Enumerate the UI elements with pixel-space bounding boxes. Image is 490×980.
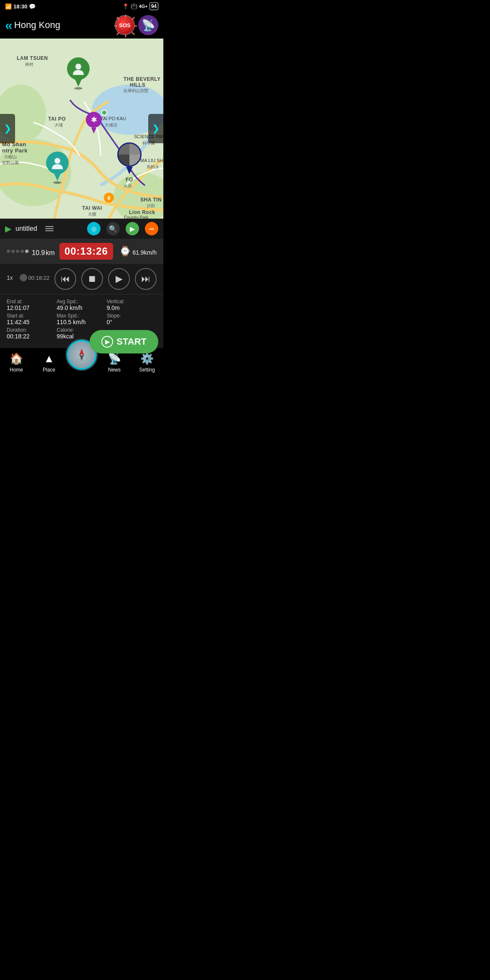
setting-label: Setting xyxy=(139,367,155,373)
track-play-icon[interactable]: ▶ xyxy=(5,224,11,234)
map-label-sha-tin-zh: 沙田 xyxy=(147,203,155,209)
setting-icon: ⚙️ xyxy=(140,352,154,365)
user-pin-green xyxy=(67,57,90,90)
duration-label: Duration: xyxy=(7,327,57,333)
pin-purple: ✱ xyxy=(86,112,102,134)
speed-slider[interactable] xyxy=(23,273,24,282)
news-icon: 📡 xyxy=(108,352,121,365)
elapsed-time: 00:13:26 xyxy=(59,243,113,260)
map-label-hills-zh: 比華利山別墅 xyxy=(124,88,149,94)
map-label-fo: FO xyxy=(126,177,133,183)
locate-button[interactable]: ◎ xyxy=(87,222,101,235)
stop-orange-button[interactable]: – xyxy=(145,222,158,235)
home-label: Home xyxy=(10,367,23,373)
svg-line-7 xyxy=(117,32,119,35)
start-at-row: Start at: 11:42:45 xyxy=(7,313,57,325)
photo-pin xyxy=(117,142,142,174)
avg-spd-label: Avg Spd.: xyxy=(57,299,106,304)
map-arrow-right[interactable]: ❯ xyxy=(148,114,163,143)
nav-place[interactable]: ▲ Place xyxy=(33,352,65,373)
map-label-hills: HILLS xyxy=(130,82,145,88)
playback-bar: 1x 00:18:22 ⏮ ⏹ ▶ ⏭ xyxy=(0,264,163,294)
location-icon: 📍 xyxy=(122,3,129,10)
user-avatar-green xyxy=(67,57,90,80)
purple-pin-circle: ✱ xyxy=(86,112,102,128)
map-label-lam-tsuen-zh: 林村 xyxy=(25,62,34,67)
map-label-tai-po-kau-zh: 大埔滘 xyxy=(105,122,117,128)
menu-button[interactable] xyxy=(45,226,54,231)
max-spd-value: 110.5 km/h xyxy=(57,319,106,325)
photo-pin-circle xyxy=(117,142,142,167)
status-right: 📍 📳 4G+ 94 xyxy=(122,3,158,10)
stop-button[interactable]: ⏹ xyxy=(81,268,103,290)
place-icon: ▲ xyxy=(44,352,54,365)
status-left: 📶 18:30 💬 xyxy=(5,3,36,10)
map-container[interactable]: 8 LAM TSUEN 林村 THE BEVERLY HILLS 比華利山別墅 … xyxy=(0,39,163,219)
max-spd-row: Max Spd.: 110.5 km/h xyxy=(57,313,106,325)
duration-value: 00:18:22 xyxy=(7,333,57,340)
signal-dots xyxy=(7,250,28,253)
avg-spd-row: Avg Spd.: 49.0 km/h xyxy=(57,299,106,311)
avg-spd-value: 49.0 km/h xyxy=(57,304,106,311)
minus-icon: – xyxy=(149,223,154,234)
map-label-country-park2: Country Park xyxy=(124,215,148,219)
svg-line-4 xyxy=(117,17,119,20)
network-4g: 4G+ xyxy=(139,4,148,9)
user-pin-teal xyxy=(46,152,69,184)
map-label-tai-wai: TAI WAI xyxy=(82,205,102,211)
user-avatar-teal xyxy=(46,152,69,174)
speed-multiplier: 1x xyxy=(7,274,18,281)
start-at-label: Start at: xyxy=(7,313,57,319)
end-at-label: End at: xyxy=(7,299,57,304)
search-button[interactable]: 🔍 xyxy=(106,222,120,235)
play-icon: ▶ xyxy=(130,225,135,233)
end-at-value: 12:01:07 xyxy=(7,304,57,311)
start-button[interactable]: ▶ START xyxy=(90,330,158,353)
slope-value: 0° xyxy=(107,319,157,325)
svg-line-6 xyxy=(132,17,134,20)
play-pause-button[interactable]: ▶ xyxy=(108,268,130,290)
satellite-button[interactable]: 📡 xyxy=(138,15,158,35)
slope-row: Slope: 0° xyxy=(107,313,157,325)
satellite-icon: 📡 xyxy=(142,19,155,32)
signal-strength: 📶 xyxy=(5,3,12,10)
playback-row: 1x 00:18:22 ⏮ ⏹ ▶ ⏭ xyxy=(7,268,157,290)
vibrate-icon: 📳 xyxy=(131,3,137,10)
back-button[interactable]: « xyxy=(5,18,11,33)
map-label-tai-po-kau: TAI PO KAU xyxy=(101,116,126,121)
place-label: Place xyxy=(43,367,55,373)
rewind-button[interactable]: ⏮ xyxy=(54,268,76,290)
home-icon: 🏠 xyxy=(10,352,23,365)
news-label: News xyxy=(108,367,121,373)
battery-indicator: 94 xyxy=(150,3,158,10)
vertical-value: 9.0m xyxy=(107,304,157,311)
playback-controls: ⏮ ⏹ ▶ ⏭ xyxy=(54,268,157,290)
fast-forward-button[interactable]: ⏭ xyxy=(135,268,157,290)
speed-meter-icon: ⌚ xyxy=(119,246,131,257)
map-label-ma-liu-shui: MA LIU SHUI xyxy=(140,158,163,163)
nav-news[interactable]: 📡 News xyxy=(98,352,131,373)
nav-setting[interactable]: ⚙️ Setting xyxy=(131,352,163,373)
start-play-icon: ▶ xyxy=(101,336,113,348)
status-bar: 📶 18:30 💬 📍 📳 4G+ 94 xyxy=(0,0,163,12)
map-label-lam-tsuen: LAM TSUEN xyxy=(17,55,48,61)
svg-line-5 xyxy=(132,32,134,35)
map-label-sha-tin: SHA TIN xyxy=(140,197,162,203)
play-button[interactable]: ▶ xyxy=(126,222,139,235)
svg-point-16 xyxy=(75,64,81,70)
message-icon: 💬 xyxy=(29,3,36,10)
header-icons: SOS 📡 xyxy=(115,15,158,35)
map-label-fo-zh: 火炭 xyxy=(124,183,132,189)
map-arrow-left[interactable]: ❯ xyxy=(0,114,15,143)
sos-button[interactable]: SOS xyxy=(115,15,135,35)
header: « Hong Kong SOS 📡 xyxy=(0,12,163,39)
duration-row: Duration: 00:18:22 xyxy=(7,327,57,340)
speed-value: 61.9km/h xyxy=(132,245,157,257)
svg-point-17 xyxy=(54,158,60,164)
controls-bar: ▶ untitled ◎ 🔍 ▶ – xyxy=(0,219,163,239)
map-label-tai-po: TAI PO xyxy=(48,116,66,122)
map-label-country-park: ntry Park xyxy=(2,147,28,154)
nav-home[interactable]: 🏠 Home xyxy=(0,352,33,373)
stats-bar: 10.9km 00:13:26 ⌚ 61.9km/h xyxy=(0,239,163,264)
page-title: Hong Kong xyxy=(14,20,115,31)
